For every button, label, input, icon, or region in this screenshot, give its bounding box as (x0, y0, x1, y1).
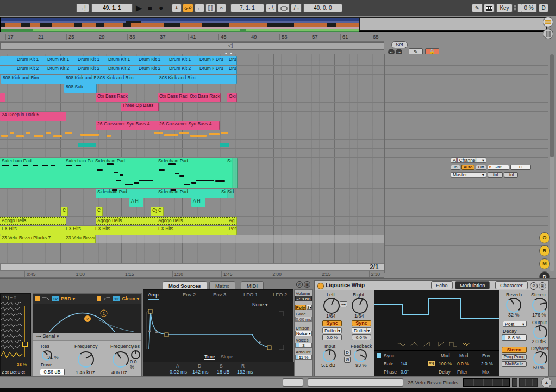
section-badge-m[interactable]: M (539, 258, 550, 269)
loop-button[interactable] (278, 4, 290, 12)
freq2-knob[interactable] (113, 351, 129, 368)
env-value[interactable]: 2.0 % (481, 361, 493, 366)
sync-right-button[interactable]: Sync (352, 320, 371, 326)
automation-arm-button[interactable] (183, 4, 193, 12)
mod1-value[interactable]: 100 % (439, 361, 452, 366)
mod-waveform-selector[interactable] (397, 340, 479, 348)
x4-toggle[interactable]: ×4 (428, 361, 435, 366)
filter-display[interactable]: 2 1 (33, 304, 141, 333)
clip[interactable]: 808 Kick and Rim (1, 75, 66, 84)
lowpass-icon[interactable] (42, 296, 49, 301)
key-map-button[interactable]: Key (496, 4, 513, 12)
clip[interactable]: A H (191, 198, 205, 207)
division-left-select[interactable]: Dotted▾ (322, 327, 342, 333)
sidechain-pan-field[interactable]: C (510, 165, 531, 170)
device-on-led[interactable] (317, 283, 324, 289)
clip[interactable]: Three Op Bass (121, 103, 159, 111)
clip[interactable] (220, 143, 229, 147)
track-lane[interactable]: FX HitsFX HitsFX HitsFX HitsPer (0, 225, 384, 235)
follow-button[interactable]: →┊ (76, 4, 89, 12)
punch-in-position-field[interactable]: 7. 1. 1 (230, 4, 264, 12)
track-lane[interactable]: Drum Kit 1Drum Kit 1Drum Kit 1Drum Kit 1… (0, 56, 384, 66)
stereo-width-knob[interactable] (532, 298, 547, 313)
clip[interactable]: Dru (227, 56, 237, 65)
clip[interactable] (78, 143, 96, 147)
draw-mode-button[interactable]: ✎ (472, 4, 483, 12)
clip[interactable]: Drum Kit 2 (198, 66, 216, 74)
clip[interactable]: 26-Crossover Syn Bass 4 (96, 121, 160, 130)
subtab-amp[interactable]: Amp (148, 292, 159, 300)
track-lane[interactable]: 26-Crossover Syn Bass 426-Crossover Syn … (0, 121, 384, 130)
zoom-scroll-strip[interactable] (0, 263, 384, 271)
filter2-mode-select[interactable]: Clean ▾ (122, 296, 139, 301)
clip[interactable]: Oxi (227, 93, 237, 102)
clip[interactable]: FX Hits (64, 226, 96, 235)
track-lane[interactable]: Agogo BellsAgogo BellsAgogo BellsAg (0, 216, 384, 226)
reenable-automation-button[interactable]: ← (195, 4, 204, 12)
osc-header-icons[interactable]: ‹›|≡○ (3, 295, 30, 300)
loop-length-field[interactable]: 40. 0. 0 (303, 4, 342, 12)
echo-right-knob[interactable] (352, 298, 368, 314)
clip[interactable]: 24-Deep in Dark 5 (0, 112, 66, 121)
drive-value-field[interactable]: 0.56 dB (40, 369, 65, 375)
section-toggle-badges[interactable]: ORMD (539, 232, 551, 283)
time-ruler[interactable]: 0:451:001:151:301:452:002:152:30 (0, 271, 384, 278)
subtab-env2[interactable]: Env 2 (183, 292, 196, 298)
reverb-decay-field[interactable]: 8.6 % (502, 334, 527, 341)
sidechain-volume-field[interactable]: -inf (488, 165, 509, 170)
attack-value[interactable]: 0.02 ms (170, 369, 187, 375)
track-header[interactable]: 3 808 Kick and Rim▸3S (385, 74, 548, 84)
clip[interactable]: Drum Kit 2 (107, 66, 139, 74)
track-lane[interactable]: 24-Deep in Dark 5 (0, 111, 384, 121)
arrangement-end-marker[interactable]: ◁ (228, 42, 232, 49)
computer-midi-keyboard-button[interactable] (484, 4, 495, 12)
arrangement-clip-area[interactable]: Drum Kit 1Drum Kit 1Drum Kit 1Drum Kit 1… (0, 54, 384, 273)
clip[interactable]: Oxi Bass Rack (158, 93, 190, 102)
track-header[interactable]: 23 Reverse Cymbal▸23S (385, 207, 548, 217)
filter2-slope[interactable]: 12 (113, 296, 120, 301)
track-header[interactable]: 1 Drum Kit 1▸1S (385, 56, 548, 66)
beat-time-ruler[interactable]: 17212529333741454953576165 (0, 33, 384, 42)
track-header[interactable]: 24 Agogo Bells▸24S (385, 216, 548, 226)
track-lane[interactable]: 23-Velo-Rezzo Plucks 723-Velo-Rezzo (0, 235, 384, 244)
clip[interactable]: Sidechain Pad (157, 189, 222, 198)
echo-title-bar[interactable]: Liqourice Whip Echo Modulation Character… (315, 281, 548, 290)
clip[interactable]: Sidechain Pad (0, 158, 66, 188)
res2-knob[interactable] (131, 350, 140, 359)
clip[interactable]: A H (129, 198, 143, 207)
monitor-in-button[interactable]: In (451, 165, 460, 170)
track-header[interactable]: A Reverb | Compressor▸ASPost (385, 245, 548, 255)
glide-field[interactable]: 0.00 ms (295, 317, 312, 322)
set-button[interactable]: Set (391, 41, 408, 48)
clip[interactable]: 808 Kick and Rim (158, 75, 229, 84)
amp-envelope-display[interactable] (143, 300, 294, 354)
clip[interactable]: Drum Kit 1 (76, 56, 109, 65)
punch-in-button[interactable]: ⌐\ (266, 4, 277, 12)
reverb-position-select[interactable]: Post▾ (503, 321, 527, 327)
amount-field[interactable]: 11 % (295, 355, 312, 360)
clip[interactable]: Ag (227, 217, 237, 225)
phase-invert-button[interactable]: Ø (344, 357, 351, 363)
phase-value[interactable]: 0.0° (401, 369, 409, 375)
sidechain-audio-to-select[interactable]: Master▾ (451, 172, 486, 178)
channel-mode-midside-button[interactable]: Mid/Side (502, 361, 527, 367)
time-toggle[interactable]: Time (204, 354, 215, 360)
track-header[interactable]: 19 Evolution▸19S (385, 148, 548, 158)
clip[interactable]: Sidechain Pad (157, 158, 228, 188)
track-lane[interactable]: Sidechain PadSidechain PadSidSid (0, 188, 384, 198)
poly-toggle[interactable]: Poly (295, 305, 306, 310)
modulation-display[interactable]: Sync Rate 1/4 Phase 0.0° ×4 Mod 100 % De… (374, 290, 499, 377)
clip[interactable] (230, 158, 238, 188)
clip[interactable]: Drum Kit 1 (107, 56, 139, 65)
sidechain-send-a-field[interactable]: -inf (488, 172, 503, 178)
session-record-button[interactable]: ○ (216, 4, 226, 12)
clip[interactable] (0, 56, 16, 65)
tab-modulation[interactable]: Modulation (455, 281, 490, 289)
track-header[interactable]: 26 Velo-Rezzo Plucks▸26S (385, 235, 548, 244)
filter-routing-row[interactable]: ⊶ Serial ▾ (33, 333, 141, 341)
unison-select[interactable]: Noise ▾ (295, 331, 312, 336)
clip[interactable]: Drum Kit 2 (15, 66, 48, 74)
track-lane[interactable]: Oxi Bass RackOxi Bass RackOxi Bass RackO… (0, 93, 384, 103)
clip[interactable]: Drum Kit 2 (137, 66, 170, 74)
clip[interactable]: FX Hits (157, 226, 228, 235)
